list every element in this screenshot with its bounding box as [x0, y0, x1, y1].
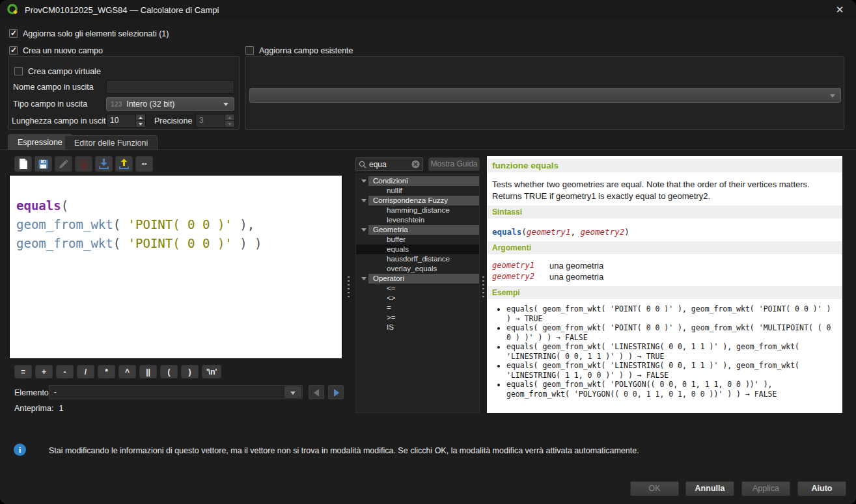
tab-function-editor[interactable]: Editor delle Funzioni: [64, 135, 158, 150]
operator-button[interactable]: ): [181, 365, 199, 378]
output-field-type-combo[interactable]: 123 Intero (32 bit): [106, 97, 234, 111]
function-item[interactable]: overlay_equals: [356, 264, 479, 274]
function-item[interactable]: buffer: [356, 235, 479, 245]
tab-expression[interactable]: Espressione: [8, 134, 72, 150]
operator-button[interactable]: (: [160, 365, 178, 378]
argument-description: una geometria: [549, 260, 603, 271]
edit-expression-button[interactable]: [55, 156, 72, 172]
code-line: equals(: [16, 196, 342, 215]
function-item[interactable]: nullif: [356, 186, 479, 196]
type-field-label: Tipo campo in uscita: [13, 99, 87, 109]
operator-button[interactable]: +: [35, 365, 53, 378]
new-expression-button[interactable]: [14, 156, 32, 172]
clear-search-icon[interactable]: [411, 160, 420, 168]
spin-down-icon: [225, 121, 234, 127]
title-bar[interactable]: ProvCM01012025_WGS84 — Calcolatore di Ca…: [0, 0, 856, 20]
checkbox-virtual-field[interactable]: Crea campo virtuale: [14, 66, 101, 76]
operator-button[interactable]: ^: [118, 365, 136, 378]
splitter-handle[interactable]: [480, 156, 486, 413]
example-item: equals( geom_from_wkt( 'POINT( 0 0 )' ),…: [506, 323, 838, 342]
import-expression-button[interactable]: [95, 156, 113, 172]
expression-code-editor[interactable]: equals(geom_from_wkt( 'POINT( 0 0 )' ),g…: [9, 175, 342, 359]
function-group-condizioni[interactable]: Condizioni: [356, 176, 479, 186]
save-expression-button[interactable]: [35, 156, 52, 172]
search-icon: [359, 161, 366, 168]
example-item: equals( geom_from_wkt( 'POINT( 0 0 )' ),…: [506, 304, 838, 323]
function-item[interactable]: IS: [356, 323, 479, 332]
function-item[interactable]: hausdorff_distance: [356, 254, 479, 264]
code-line: geom_from_wkt( 'POINT( 0 0 )' ),: [16, 215, 342, 234]
integer-type-icon: 123: [111, 101, 122, 108]
chevron-down-icon[interactable]: [361, 179, 366, 183]
pencil-icon: [59, 159, 68, 169]
checkbox-create-new-field-label: Crea un nuovo campo: [23, 46, 103, 55]
function-item[interactable]: hamming_distance: [356, 206, 479, 215]
checkbox-update-existing-field[interactable]: Aggiorna campo esistente: [245, 46, 353, 55]
operator-button[interactable]: =: [14, 365, 32, 378]
export-expression-button[interactable]: [115, 156, 133, 172]
operator-button[interactable]: '\n': [202, 365, 221, 378]
element-combo-value: -: [54, 388, 57, 397]
precision-field-label: Precisione: [154, 116, 192, 126]
function-group-operatori[interactable]: Operatori: [356, 274, 479, 284]
cancel-button[interactable]: Annulla: [685, 481, 734, 496]
help-button[interactable]: Aiuto: [797, 481, 846, 496]
preview-value: 1: [59, 404, 63, 413]
operator-button[interactable]: ||: [139, 365, 157, 378]
show-guide-button[interactable]: Mostra Guida: [428, 157, 480, 171]
checkbox-only-selected-label: Aggiorna solo gli elementi selezionati (…: [23, 29, 169, 38]
output-field-length-spinner[interactable]: 10: [106, 114, 146, 127]
close-icon[interactable]: ✕: [833, 3, 847, 17]
argument-row: geometry2una geometria: [492, 271, 837, 282]
output-field-name-input[interactable]: [106, 80, 234, 94]
function-search-input[interactable]: [369, 160, 409, 169]
previous-feature-button[interactable]: [309, 385, 324, 399]
checkbox-only-selected[interactable]: Aggiorna solo gli elementi selezionati (…: [9, 29, 169, 38]
function-item[interactable]: <=: [356, 284, 479, 293]
spin-up-icon[interactable]: [136, 114, 145, 121]
next-feature-button[interactable]: [328, 385, 344, 399]
operator-button[interactable]: /: [77, 365, 94, 378]
checkbox-create-new-field[interactable]: Crea un nuovo campo: [9, 46, 103, 55]
function-item[interactable]: <>: [356, 293, 479, 303]
chevron-down-icon[interactable]: [284, 386, 301, 398]
apply-button[interactable]: Applica: [741, 481, 790, 496]
operator-button[interactable]: *: [98, 365, 115, 378]
function-item[interactable]: >=: [356, 313, 479, 323]
function-group-geometria[interactable]: Geometria: [356, 225, 479, 235]
function-group-label: Operatori: [368, 274, 479, 284]
chevron-down-icon[interactable]: [361, 277, 366, 280]
help-arguments: geometry1una geometriageometry2una geome…: [492, 260, 837, 282]
function-tree[interactable]: CondizioninullifCorrispondenza Fuzzyhamm…: [355, 174, 480, 413]
chevron-down-icon[interactable]: [361, 228, 366, 232]
output-field-length-value: 10: [107, 114, 135, 127]
splitter-handle[interactable]: [346, 156, 352, 413]
precision-value: 3: [196, 114, 225, 127]
function-item[interactable]: equals: [356, 245, 479, 254]
help-syntax: equals(geometry1, geometry2): [492, 227, 837, 237]
chevron-down-icon[interactable]: [361, 199, 366, 202]
preview-row: Anteprima: 1: [14, 404, 63, 413]
argument-row: geometry1una geometria: [492, 260, 837, 271]
checkbox-checked-icon: [9, 46, 18, 55]
ok-button[interactable]: OK: [630, 481, 679, 496]
length-field-label: Lunghezza campo in uscita: [12, 116, 110, 126]
function-help-panel: funzione equals Tests whether two geomet…: [487, 156, 842, 413]
existing-field-combo[interactable]: [249, 88, 841, 103]
function-item[interactable]: =: [356, 303, 479, 313]
operator-button[interactable]: -: [56, 365, 74, 378]
delete-expression-button[interactable]: [75, 156, 92, 172]
element-label: Elemento: [14, 388, 49, 397]
code-line: geom_from_wkt( 'POINT( 0 0 )' ) ): [16, 234, 342, 253]
spin-down-icon[interactable]: [136, 121, 145, 127]
toolbar-separator-button[interactable]: --: [135, 156, 153, 172]
window-title: ProvCM01012025_WGS84 — Calcolatore di Ca…: [25, 5, 219, 15]
element-combo[interactable]: -: [49, 385, 303, 399]
precision-spinner[interactable]: 3: [195, 114, 235, 127]
import-down-arrow-icon: [99, 159, 109, 169]
function-item[interactable]: levenshtein: [356, 215, 479, 225]
new-file-icon: [19, 159, 28, 169]
function-group-corrispondenza-fuzzy[interactable]: Corrispondenza Fuzzy: [356, 196, 479, 206]
export-up-arrow-icon: [119, 159, 129, 169]
function-search-box[interactable]: [355, 157, 423, 171]
